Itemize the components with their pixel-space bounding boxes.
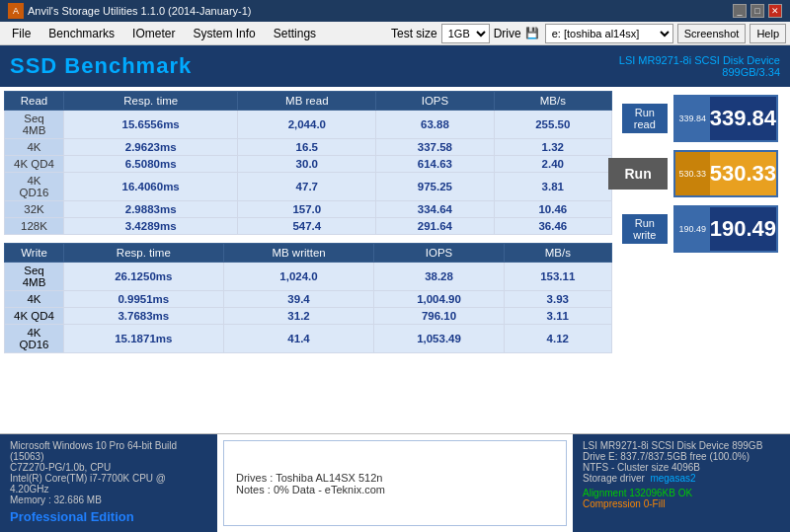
mb-value: 157.0 [238,201,376,218]
mb-value: 1,024.0 [223,263,374,291]
iops-value: 1,053.49 [374,325,504,353]
read-header-mbs: MB/s [494,92,611,111]
write-score-label: 190.49 [675,207,710,251]
pro-edition-label: Professional Edition [10,509,207,524]
mb-value: 16.5 [238,139,376,156]
row-label: 4K QD4 [5,308,64,325]
read-header-label: Read [5,92,64,111]
resp-time: 26.1250ms [64,263,224,291]
help-button[interactable]: Help [750,24,786,43]
mb-value: 547.4 [238,218,376,235]
footer-area: Microsoft Windows 10 Pro 64-bit Build (1… [0,433,790,532]
footer-cpu: Intel(R) Core(TM) i7-7700K CPU @ 4.20GHz [10,473,207,494]
table-row: 4K 0.9951ms 39.4 1,004.90 3.93 [5,291,612,308]
footer-notes: Notes : 0% Data - eTeknix.com [236,484,554,495]
row-label: 4K [5,291,64,308]
table-row: 32K 2.9883ms 157.0 334.64 10.46 [5,201,612,218]
menu-benchmarks[interactable]: Benchmarks [40,23,122,44]
maximize-button[interactable]: □ [750,4,764,18]
footer-drives: Drives : Toshiba AL14SX 512n [236,472,554,484]
mb-value: 2,044.0 [238,111,376,139]
run-button[interactable]: Run [608,158,667,190]
footer-driver: Storage driver megasas2 [583,473,780,484]
screenshot-button[interactable]: Screenshot [677,24,747,43]
read-table: Read Resp. time MB read IOPS MB/s Seq 4M… [4,91,612,235]
test-size-label: Test size [391,27,437,40]
row-label: 128K [5,218,64,235]
iops-value: 38.28 [374,263,504,291]
table-row: 4K QD16 16.4060ms 47.7 975.25 3.81 [5,173,612,201]
right-panel: Run read 339.84 339.84 Run 530.33 530.33… [618,91,786,429]
benchmark-header: SSD Benchmark LSI MR9271-8i SCSI Disk De… [0,45,790,87]
iops-value: 337.58 [376,139,494,156]
mbs-value: 3.11 [504,308,611,325]
iops-value: 1,004.90 [374,291,504,308]
read-header-iops: IOPS [376,92,494,111]
row-label: 4K QD16 [5,325,64,353]
drive-icon: 💾 [525,27,539,39]
drive-label: Drive [494,27,521,40]
menu-systeminfo[interactable]: System Info [185,23,263,44]
total-score-value: 530.33 [710,152,776,195]
row-label: Seq 4MB [5,263,64,291]
table-row: Seq 4MB 15.6556ms 2,044.0 63.88 255.50 [5,111,612,139]
menu-settings[interactable]: Settings [266,23,324,44]
mbs-value: 10.46 [494,201,611,218]
test-size-select[interactable]: 1GB [441,24,490,43]
resp-time: 15.6556ms [64,111,238,139]
mbs-value: 255.50 [494,111,611,139]
footer-center: Drives : Toshiba AL14SX 512n Notes : 0% … [223,440,567,526]
write-score-display: 190.49 190.49 [673,205,778,253]
table-row: 4K QD4 3.7683ms 31.2 796.10 3.11 [5,308,612,325]
row-label: 4K QD4 [5,156,64,173]
row-label: 32K [5,201,64,218]
mbs-value: 1.32 [494,139,611,156]
menu-file[interactable]: File [4,23,39,44]
footer-memory: Memory : 32.686 MB [10,494,207,505]
read-score-label: 339.84 [675,97,710,140]
read-score-display: 339.84 339.84 [673,95,778,142]
iops-value: 291.64 [376,218,494,235]
iops-value: 334.64 [376,201,494,218]
main-content: SSD Benchmark LSI MR9271-8i SCSI Disk De… [0,45,790,532]
total-score-display: 530.33 530.33 [673,150,778,197]
iops-value: 614.63 [376,156,494,173]
footer-ntfs: NTFS - Cluster size 4096B [583,462,780,473]
drive-select[interactable]: e: [toshiba al14sx] [545,24,673,43]
write-table: Write Resp. time MB written IOPS MB/s Se… [4,243,612,353]
footer-right: LSI MR9271-8i SCSI Disk Device 899GB Dri… [573,434,790,532]
write-header-label: Write [5,244,64,263]
resp-time: 3.7683ms [64,308,224,325]
footer-os: Microsoft Windows 10 Pro 64-bit Build (1… [10,440,207,462]
resp-time: 0.9951ms [64,291,224,308]
device-info: LSI MR9271-8i SCSI Disk Device 899GB/3.3… [619,54,780,78]
mbs-value: 4.12 [504,325,611,353]
minimize-button[interactable]: _ [733,4,747,18]
mbs-value: 2.40 [494,156,611,173]
mb-value: 39.4 [223,291,374,308]
iops-value: 63.88 [376,111,494,139]
footer-device: LSI MR9271-8i SCSI Disk Device 899GB [583,440,780,451]
read-score-row: Run read 339.84 339.84 [622,95,782,142]
run-read-button[interactable]: Run read [622,104,668,133]
write-header-iops: IOPS [374,244,504,263]
close-button[interactable]: ✕ [768,4,782,18]
resp-time: 16.4060ms [64,173,238,201]
write-header-mb: MB written [223,244,374,263]
table-area: Read Resp. time MB read IOPS MB/s Seq 4M… [0,87,790,433]
write-header-resp: Resp. time [64,244,224,263]
menu-iometer[interactable]: IOmeter [124,23,183,44]
footer-alignment: Alignment 132096KB OK [583,488,780,498]
mb-value: 47.7 [238,173,376,201]
table-row: Seq 4MB 26.1250ms 1,024.0 38.28 153.11 [5,263,612,291]
mb-value: 41.4 [223,325,374,353]
read-header-resp: Resp. time [64,92,238,111]
iops-value: 975.25 [376,173,494,201]
footer-drive-free: Drive E: 837.7/837.5GB free (100.0%) [583,451,780,462]
mbs-value: 3.81 [494,173,611,201]
read-score-value: 339.84 [710,97,776,140]
read-header-mb: MB read [238,92,376,111]
mb-value: 31.2 [223,308,374,325]
run-write-button[interactable]: Run write [622,214,668,244]
device-size: 899GB/3.34 [619,66,780,78]
